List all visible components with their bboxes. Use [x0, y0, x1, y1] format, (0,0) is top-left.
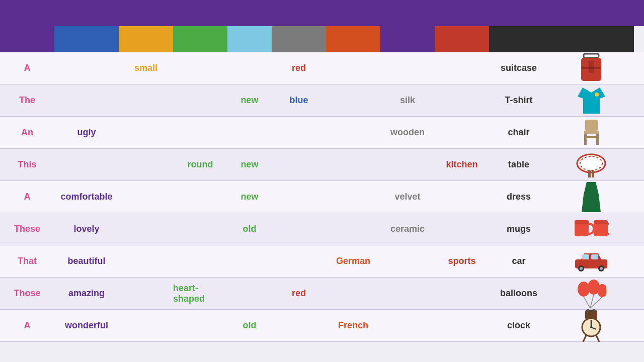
table-row: AwonderfuloldFrenchclock [0, 310, 644, 342]
cell-age: old [227, 310, 272, 341]
row-icon [548, 52, 634, 84]
cell-color [272, 245, 326, 277]
cell-size [119, 278, 173, 309]
cell-color: red [272, 52, 326, 84]
cell-origin [326, 149, 380, 180]
table-row: Theselovelyoldceramicmugs [0, 213, 644, 245]
cell-age: old [227, 213, 272, 245]
svg-rect-6 [585, 120, 598, 131]
cell-color: blue [272, 84, 326, 116]
cell-opinion: lovely [54, 213, 119, 245]
cell-age [227, 117, 272, 148]
cell-size [119, 84, 173, 116]
cell-size [119, 181, 173, 213]
svg-line-42 [596, 335, 599, 342]
cell-color [272, 213, 326, 245]
svg-rect-14 [592, 170, 594, 177]
cell-size [119, 149, 173, 180]
svg-point-11 [577, 154, 605, 172]
cell-determiner: A [0, 52, 54, 84]
cell-noun: clock [489, 310, 548, 341]
cell-purpose: kitchen [435, 149, 489, 180]
header-material [380, 26, 435, 52]
cell-size: small [119, 52, 173, 84]
cell-shape [173, 213, 227, 245]
header-determiner [0, 26, 54, 52]
cell-origin [326, 52, 380, 84]
cell-size [119, 310, 173, 341]
header-size [119, 26, 173, 52]
cell-material: ceramic [380, 213, 435, 245]
cell-shape [173, 117, 227, 148]
cell-shape [173, 181, 227, 213]
row-icon [548, 149, 634, 181]
cell-color [272, 310, 326, 341]
svg-rect-10 [584, 136, 599, 138]
row-icon [548, 213, 634, 245]
cell-opinion: beautiful [54, 245, 119, 277]
cell-age [227, 52, 272, 84]
cell-noun: mugs [489, 213, 548, 245]
cell-origin [326, 278, 380, 309]
cell-purpose [435, 52, 489, 84]
row-icon [548, 310, 634, 342]
cell-opinion: amazing [54, 278, 119, 309]
svg-rect-17 [575, 220, 589, 224]
cell-determiner: This [0, 149, 54, 180]
cell-origin [326, 117, 380, 148]
header-origin [326, 26, 380, 52]
table-row: Anuglywoodenchair [0, 117, 644, 149]
row-icon [548, 245, 634, 278]
cell-opinion [54, 149, 119, 180]
cell-age [227, 278, 272, 309]
svg-rect-13 [588, 170, 591, 177]
cell-noun: dress [489, 181, 548, 213]
cell-shape [173, 52, 227, 84]
cell-material [380, 245, 435, 277]
header-purpose [435, 26, 489, 52]
header-shape [173, 26, 227, 52]
cell-purpose [435, 310, 489, 341]
svg-point-40 [590, 326, 592, 328]
cell-noun: T-shirt [489, 84, 548, 116]
cell-determiner: Those [0, 278, 54, 309]
cell-material [380, 278, 435, 309]
svg-line-31 [584, 297, 590, 308]
cell-purpose [435, 84, 489, 116]
header-age [227, 26, 272, 52]
cell-age: new [227, 181, 272, 213]
table-row: Thoseamazingheart-shapedredballoons [0, 278, 644, 310]
cell-age [227, 245, 272, 277]
table-row: Acomfortablenewvelvetdress [0, 181, 644, 213]
cell-shape: round [173, 149, 227, 180]
cell-size [119, 245, 173, 277]
cell-origin: French [326, 310, 380, 341]
cell-purpose [435, 181, 489, 213]
cell-material [380, 52, 435, 84]
page-title [0, 0, 644, 26]
cell-shape [173, 310, 227, 341]
svg-point-27 [600, 267, 603, 270]
cell-purpose [435, 278, 489, 309]
svg-rect-19 [594, 220, 608, 224]
svg-point-28 [578, 282, 590, 297]
svg-marker-15 [582, 182, 601, 212]
table-row: ThenewbluesilkT-shirt [0, 84, 644, 117]
svg-rect-9 [584, 131, 599, 134]
svg-rect-22 [582, 254, 589, 259]
cell-opinion: comfortable [54, 181, 119, 213]
cell-opinion: ugly [54, 117, 119, 148]
cell-material [380, 310, 435, 341]
svg-point-5 [595, 93, 599, 97]
svg-rect-3 [589, 61, 594, 73]
svg-line-41 [583, 335, 586, 342]
cell-material: silk [380, 84, 435, 116]
cell-shape [173, 84, 227, 116]
header-opinion [54, 26, 119, 52]
header-noun [489, 26, 548, 52]
cell-opinion [54, 84, 119, 116]
svg-marker-4 [578, 87, 605, 114]
cell-purpose: sports [435, 245, 489, 277]
cell-origin [326, 84, 380, 116]
header-row [0, 26, 644, 52]
